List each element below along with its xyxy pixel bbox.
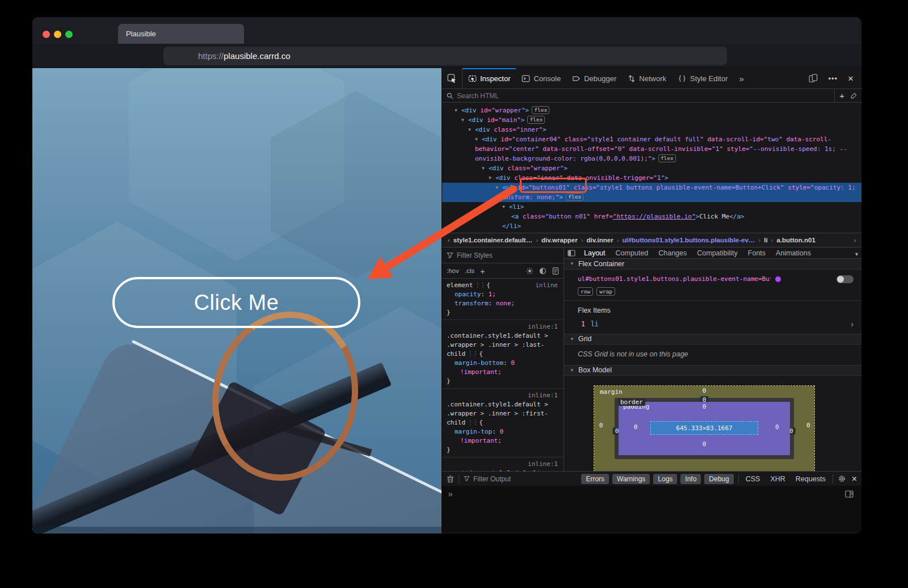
breadcrumb-item[interactable]: div.inner bbox=[586, 237, 615, 243]
sidebar-toggle-icon[interactable] bbox=[568, 250, 575, 257]
padding-right-value[interactable]: 0 bbox=[775, 423, 779, 431]
twisty-icon[interactable]: ▼ bbox=[489, 173, 495, 183]
twisty-icon[interactable]: ▼ bbox=[495, 183, 502, 192]
flex-overlay-toggle[interactable] bbox=[836, 275, 854, 283]
clear-console-icon[interactable] bbox=[447, 475, 454, 483]
markup-line[interactable]: </li> bbox=[442, 221, 861, 231]
add-node-button[interactable]: + bbox=[839, 91, 844, 100]
sidebar-tabs-dropdown-icon[interactable]: ▼ bbox=[854, 251, 859, 257]
highlight-dots-icon[interactable]: ⋮⋮ bbox=[467, 419, 477, 426]
console-filter-info[interactable]: Info bbox=[680, 474, 701, 484]
sidebar-tab-compatibility[interactable]: Compatibility bbox=[692, 247, 743, 259]
breadcrumb-item[interactable]: li bbox=[763, 237, 768, 243]
console-filter-logs[interactable]: Logs bbox=[653, 474, 677, 484]
rule-source-link[interactable]: inline:1 bbox=[447, 322, 558, 331]
markup-line[interactable]: ▼<ul id="buttons01" class="style1 button… bbox=[442, 183, 861, 202]
more-tabs-button[interactable]: » bbox=[733, 68, 749, 89]
light-theme-sim-button[interactable] bbox=[526, 267, 533, 275]
responsive-design-icon[interactable] bbox=[809, 74, 818, 83]
box-model-section-header[interactable]: ▼ Box Model bbox=[564, 366, 861, 376]
close-split-console-button[interactable]: × bbox=[851, 474, 857, 484]
breadcrumb-item[interactable]: div.wrapper bbox=[540, 237, 579, 243]
dark-theme-sim-button[interactable] bbox=[539, 267, 547, 275]
twisty-icon[interactable]: ▼ bbox=[468, 125, 475, 135]
click-me-button[interactable]: Click Me bbox=[112, 277, 360, 328]
markup-line[interactable]: ▼<div id="main">flex bbox=[442, 115, 861, 125]
console-filter-xhr[interactable]: XHR bbox=[768, 475, 787, 483]
flex-highlight-color-swatch[interactable] bbox=[775, 276, 781, 282]
flex-badge[interactable]: flex bbox=[532, 106, 549, 114]
close-window-button[interactable] bbox=[43, 31, 50, 38]
breadcrumb-scroll-right[interactable]: › bbox=[851, 237, 858, 243]
twisty-icon[interactable]: ▼ bbox=[502, 202, 509, 212]
console-prompt[interactable]: » bbox=[448, 489, 453, 499]
eyedropper-icon[interactable] bbox=[850, 93, 857, 99]
grid-section-header[interactable]: ▼ Grid bbox=[564, 334, 861, 345]
markup-line[interactable]: ▼<li> bbox=[442, 202, 861, 212]
css-rule[interactable]: inline:1.container.style1.default > .wra… bbox=[442, 389, 564, 457]
padding-bottom-value[interactable]: 0 bbox=[703, 440, 707, 448]
twisty-icon[interactable]: ▼ bbox=[475, 135, 482, 144]
rule-source-link[interactable]: inline:1 bbox=[447, 391, 558, 400]
twisty-icon[interactable]: ▼ bbox=[461, 115, 468, 125]
filter-output-input[interactable]: Filter Output bbox=[464, 475, 577, 483]
filter-styles-input[interactable]: Filter Styles bbox=[457, 251, 493, 259]
padding-left-value[interactable]: 0 bbox=[634, 423, 638, 431]
css-declaration[interactable]: transform: none; bbox=[447, 299, 558, 308]
css-rule[interactable]: inlineelement⋮⋮{opacity: 1;transform: no… bbox=[442, 279, 564, 320]
search-html-input[interactable]: Search HTML bbox=[457, 92, 831, 100]
devtools-menu-button[interactable]: ••• bbox=[828, 74, 838, 83]
margin-left-value[interactable]: 0 bbox=[599, 422, 603, 429]
print-media-sim-button[interactable] bbox=[552, 267, 559, 275]
flex-badge[interactable]: flex bbox=[527, 116, 545, 124]
add-rule-button[interactable]: + bbox=[480, 266, 485, 276]
rule-source-link[interactable]: inline bbox=[535, 281, 558, 290]
sidebar-tab-computed[interactable]: Computed bbox=[611, 247, 654, 259]
pseudo-class-button[interactable]: :hov bbox=[447, 267, 459, 274]
devtools-tab-network[interactable]: Network bbox=[622, 68, 672, 89]
console-filter-warnings[interactable]: Warnings bbox=[612, 474, 650, 484]
console-output-area[interactable]: » bbox=[442, 486, 861, 532]
margin-top-value[interactable]: 0 bbox=[703, 387, 707, 394]
sidebar-tab-changes[interactable]: Changes bbox=[653, 247, 692, 259]
twisty-icon[interactable]: ▼ bbox=[482, 163, 489, 173]
flex-item[interactable]: 1li› bbox=[564, 317, 861, 334]
flex-badge[interactable]: flex bbox=[566, 193, 583, 201]
console-filter-debug[interactable]: Debug bbox=[704, 474, 733, 484]
sidebar-tab-animations[interactable]: Animations bbox=[771, 247, 816, 259]
markup-line[interactable]: ▼<div class="inner"> bbox=[442, 125, 861, 135]
devtools-tab-inspector[interactable]: Inspector bbox=[463, 68, 516, 89]
console-filter-requests[interactable]: Requests bbox=[793, 475, 828, 483]
twisty-icon[interactable]: ▼ bbox=[455, 106, 461, 115]
css-declaration[interactable]: margin-bottom: 0 bbox=[447, 359, 558, 368]
markup-line[interactable]: ▼<div class="wrapper"> bbox=[442, 163, 861, 173]
sidebar-tab-layout[interactable]: Layout bbox=[579, 247, 611, 259]
minimize-window-button[interactable] bbox=[54, 31, 61, 38]
devtools-tab-style-editor[interactable]: Style Editor bbox=[672, 68, 733, 89]
close-devtools-button[interactable]: × bbox=[848, 74, 854, 83]
breadcrumb-item[interactable]: a.button.n01 bbox=[775, 237, 816, 243]
flex-container-section-header[interactable]: ▼ Flex Container bbox=[564, 259, 861, 269]
markup-line[interactable]: <a class="button n01" href="https://plau… bbox=[442, 212, 861, 221]
markup-line[interactable]: ▼<div id="wrapper">flex bbox=[442, 106, 861, 115]
flex-selector-link[interactable]: ul#buttons01.style1.buttons.plausible-ev… bbox=[578, 275, 771, 283]
class-button[interactable]: .cls bbox=[465, 267, 474, 274]
css-rule[interactable]: inline:1.container.style1.default > .wra… bbox=[442, 320, 564, 389]
zoom-window-button[interactable] bbox=[65, 31, 73, 38]
console-filter-css[interactable]: CSS bbox=[743, 475, 763, 483]
url-bar[interactable]: https://plausible.carrd.co bbox=[163, 47, 727, 65]
pick-element-button[interactable] bbox=[442, 68, 463, 89]
browser-tab[interactable]: Plausible bbox=[118, 24, 244, 44]
devtools-tab-debugger[interactable]: Debugger bbox=[566, 68, 622, 89]
breadcrumb-item[interactable]: ul#buttons01.style1.buttons.plausible-ev… bbox=[621, 237, 756, 243]
padding-top-value[interactable]: 0 bbox=[703, 403, 707, 410]
sidebar-tab-fonts[interactable]: Fonts bbox=[743, 247, 771, 259]
devtools-tab-console[interactable]: Console bbox=[516, 68, 566, 89]
css-declaration[interactable]: opacity: 1; bbox=[447, 290, 558, 299]
markup-line[interactable]: ▼<div class="inner" data-onvisible-trigg… bbox=[442, 173, 861, 183]
breadcrumb-scroll-left[interactable]: ‹ bbox=[445, 237, 452, 243]
highlight-dots-icon[interactable]: ⋮⋮ bbox=[474, 282, 485, 289]
rule-source-link[interactable]: inline:1 bbox=[447, 460, 558, 469]
breadcrumb-item[interactable]: style1.container.default… bbox=[452, 237, 533, 243]
markup-line[interactable]: ▼<div id="container04" class="style1 con… bbox=[442, 135, 861, 163]
